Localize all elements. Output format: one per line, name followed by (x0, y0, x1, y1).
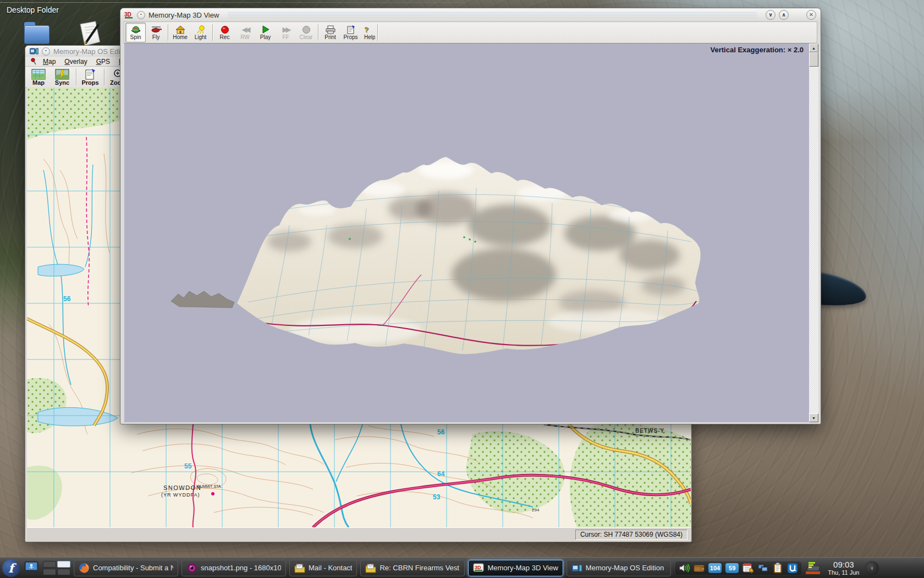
map-label-betws: BETWS-Y (635, 428, 664, 434)
cursor-position-panel: Cursor: SH 77487 53069 (WGS84) (575, 530, 688, 540)
scrollbar-thumb[interactable] (809, 52, 818, 67)
reminder-badge-59[interactable]: 59 (725, 563, 739, 573)
task-kontact-message[interactable]: Re: CBRN Firearms Vest - Ko (360, 560, 465, 576)
light-button[interactable]: Light (190, 23, 211, 42)
spin-button[interactable]: Spin (125, 23, 146, 42)
home-icon (175, 25, 185, 34)
task-label: Compatibility - Submit a Ne (93, 564, 173, 572)
pager-desktop-2[interactable] (57, 561, 70, 568)
toolbar-separator (377, 24, 378, 41)
clipboard-icon[interactable] (772, 563, 783, 574)
task-ksnapshot[interactable]: snapshot1.png - 924x578 (182, 560, 286, 576)
light-label: Light (195, 35, 207, 40)
reminder-badge-104[interactable]: 104 (708, 563, 722, 573)
3d-window-titlebar[interactable]: 3D · Memory-Map 3D View ∨ ∧ ✕ (120, 8, 821, 21)
display-tray-icon[interactable] (757, 563, 768, 574)
task-firefox[interactable]: Compatibility - Submit a Ne (74, 560, 178, 576)
home-label: Home (173, 35, 188, 40)
pushpin-icon[interactable] (29, 57, 38, 66)
rewind-icon: ◀◀ (242, 25, 249, 34)
grid-label-56-left: 56 (63, 295, 71, 303)
pager-desktop-4[interactable] (57, 569, 70, 575)
print-label: Print (324, 35, 336, 40)
digital-clock[interactable]: 09:03 Thu, 11 Jun (828, 560, 859, 576)
kontact-icon (365, 563, 376, 574)
scroll-up-button[interactable]: ▲ (809, 43, 818, 52)
ff-label: FF (282, 35, 289, 40)
task-label: Memory-Map 3D View (487, 564, 558, 572)
firefox-icon (79, 563, 90, 574)
grid-label-64: 64 (437, 470, 445, 478)
torrent-icon[interactable] (787, 563, 798, 574)
window-memory-map-3d-view: 3D · Memory-Map 3D View ∨ ∧ ✕ Spin Fly H… (120, 8, 821, 424)
props-3d-button[interactable]: Props (340, 23, 361, 42)
scroll-down-button[interactable]: ▼ (809, 413, 818, 422)
home-button[interactable]: Home (170, 23, 190, 42)
task-memory-map-3d-view[interactable]: 3D Memory-Map 3D View (468, 560, 563, 576)
titlebar-stripes (228, 12, 757, 18)
roll-down-button[interactable]: ∨ (766, 10, 776, 20)
props-button-label: Props (81, 80, 98, 86)
help-button[interactable]: ? Help (361, 23, 376, 42)
terrain-3d-model (124, 43, 809, 422)
toolbar-separator (76, 69, 76, 85)
app-menu-button[interactable]: f (2, 559, 20, 577)
menu-gps[interactable]: GPS (92, 57, 114, 66)
fly-button[interactable]: Fly (146, 23, 166, 42)
calendar-alarm-icon[interactable] (743, 563, 754, 574)
os-window-menu-button[interactable]: · (42, 47, 50, 56)
rewind-button[interactable]: ◀◀ RW (235, 23, 255, 42)
memory-map-3d-icon: 3D (473, 563, 484, 574)
props-button[interactable]: Props (79, 67, 102, 87)
rec-button[interactable]: Rec (215, 23, 235, 42)
task-label: snapshot1.png - 924x578 (201, 564, 281, 572)
desktop-notes-icon[interactable] (78, 21, 102, 47)
menu-map[interactable]: Map (39, 57, 59, 66)
sync-button-label: Sync (55, 80, 69, 86)
viewport-scrollbar[interactable]: ▲ ▼ (809, 43, 818, 422)
spin-label: Spin (130, 35, 141, 40)
desktop-folder-icon[interactable] (24, 25, 50, 44)
clock-time: 09:03 (828, 560, 859, 569)
map-button-label: Map (32, 80, 45, 86)
wallet-icon[interactable] (694, 563, 705, 574)
clear-button[interactable]: Clear (296, 23, 316, 42)
terrain-3d-viewport[interactable]: Vertical Exaggeration: × 2.0 (124, 43, 809, 422)
os-statusbar: Cursor: SH 77487 53069 (WGS84) (27, 527, 691, 541)
system-tray: 104 59 (675, 561, 801, 575)
play-icon (262, 25, 270, 34)
help-icon: ? (364, 25, 369, 34)
grid-label-53: 53 (433, 493, 441, 501)
rec-label: Rec (220, 35, 230, 40)
3d-window-menu-button[interactable]: · (137, 11, 145, 19)
fast-forward-button[interactable]: ▶▶ FF (276, 23, 296, 42)
3d-view-app-icon: 3D (124, 10, 134, 20)
grid-label-55: 55 (184, 462, 192, 470)
volume-icon[interactable] (679, 563, 690, 574)
menu-overlay[interactable]: Overlay (61, 57, 91, 66)
play-button[interactable]: Play (255, 23, 276, 42)
svg-text:3D: 3D (124, 12, 131, 18)
toolbar-separator (318, 24, 318, 41)
task-memory-map-os-edition[interactable]: Memory-Map OS Edition 20 (566, 560, 671, 576)
display-settings-launcher[interactable] (23, 561, 40, 575)
task-kontact-mail[interactable]: Mail - Kontact (289, 560, 357, 576)
taskbar: f Compatibility - Submit a Ne snapshot1.… (0, 557, 924, 578)
memory-map-app-icon (29, 47, 38, 56)
help-label: Help (364, 35, 376, 40)
pager-desktop-3[interactable] (43, 569, 56, 575)
print-button[interactable]: Print (320, 23, 340, 42)
map-button[interactable]: Map (27, 67, 50, 87)
close-button[interactable]: ✕ (806, 10, 816, 20)
pager-desktop-1[interactable] (43, 561, 56, 568)
sync-button[interactable]: Sync (51, 67, 74, 87)
props-label: Props (343, 35, 358, 40)
light-icon (196, 25, 206, 34)
virtual-desktop-pager[interactable] (43, 561, 70, 575)
system-monitor-icon[interactable] (805, 560, 821, 576)
roll-up-button[interactable]: ∧ (779, 10, 789, 20)
3d-window-title: Memory-Map 3D View (148, 11, 219, 19)
panel-settings-cashew[interactable]: ◖ (865, 561, 879, 575)
print-icon (326, 25, 336, 34)
map-label-summit: SUMMIT STA. (197, 484, 222, 488)
